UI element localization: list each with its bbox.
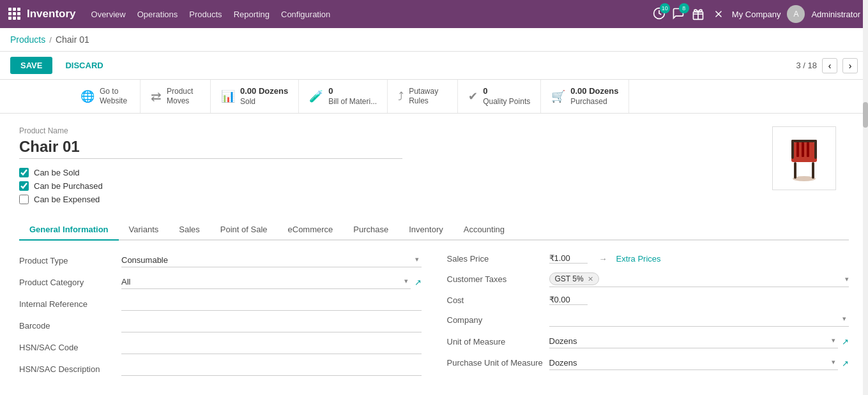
hsn-code-field: HSN/SAC Code [19, 340, 422, 354]
purchase-uom-select-wrapper: Dozens [549, 356, 839, 370]
svg-rect-1 [13, 8, 16, 11]
product-category-select-wrapper: All [121, 275, 411, 289]
save-button[interactable]: SAVE [10, 57, 52, 74]
hsn-code-label: HSN/SAC Code [19, 343, 121, 352]
tab-point-of-sale[interactable]: Point of Sale [210, 220, 278, 241]
taxes-wrapper[interactable]: GST 5% ✕ ▾ [549, 271, 849, 287]
svg-rect-22 [814, 140, 817, 159]
product-name-label: Product Name [19, 126, 772, 135]
product-type-field: Product Type Consumable [19, 253, 422, 267]
svg-rect-6 [8, 17, 11, 20]
product-type-select[interactable]: Consumable [121, 253, 422, 267]
next-record-button[interactable]: › [842, 58, 858, 73]
menu-overview[interactable]: Overview [91, 10, 126, 19]
extra-prices-link[interactable]: Extra Prices [616, 254, 661, 264]
menu-reporting[interactable]: Reporting [234, 10, 270, 19]
gst-tag: GST 5% ✕ [549, 272, 599, 285]
activities-button[interactable]: 10 [653, 7, 666, 22]
action-toolbar: SAVE DISCARD 3 / 18 ‹ › [0, 52, 868, 80]
product-header-left: Product Name Can be Sold Can be Purchase… [19, 126, 772, 208]
svg-rect-17 [802, 142, 804, 157]
tab-purchase[interactable]: Purchase [343, 220, 399, 241]
product-category-label: Product Category [19, 278, 121, 287]
breadcrumb-link[interactable]: Products [10, 34, 45, 45]
prev-record-button[interactable]: ‹ [822, 58, 837, 73]
internal-ref-label: Internal Reference [19, 299, 121, 309]
content-wrapper: Product Name Can be Sold Can be Purchase… [19, 126, 849, 384]
cart-icon: 🛒 [551, 89, 565, 103]
apps-menu-icon[interactable] [8, 7, 20, 22]
tab-sales[interactable]: Sales [169, 220, 210, 241]
product-type-select-wrapper: Consumable [121, 253, 422, 267]
svg-rect-2 [17, 8, 20, 11]
pagination-label: 3 / 18 [796, 61, 817, 70]
user-name[interactable]: Administrator [811, 10, 860, 19]
scrollbar[interactable] [863, 0, 868, 395]
barcode-field: Barcode [19, 318, 422, 332]
svg-rect-19 [794, 162, 796, 179]
breadcrumb: Products / Chair 01 [0, 28, 868, 52]
bom-icon: 🧪 [309, 89, 323, 103]
svg-rect-23 [791, 140, 817, 142]
cost-value[interactable]: ₹0.00 [549, 295, 588, 305]
sold-button[interactable]: 📊 0.00 Dozens Sold [211, 80, 299, 113]
scrollbar-thumb[interactable] [863, 102, 868, 128]
uom-select[interactable]: Dozens [549, 334, 839, 348]
company-label: Company [447, 315, 549, 325]
tab-inventory[interactable]: Inventory [399, 220, 453, 241]
company-select[interactable] [549, 313, 849, 327]
product-name-input[interactable] [19, 138, 402, 159]
uom-external-link[interactable]: ↗ [842, 337, 849, 347]
hsn-desc-label: HSN/SAC Description [19, 364, 121, 374]
tab-accounting[interactable]: Accounting [453, 220, 515, 241]
avatar[interactable]: A [787, 5, 805, 23]
purchased-button[interactable]: 🛒 0.00 Dozens Purchased [541, 80, 629, 113]
menu-operations[interactable]: Operations [137, 10, 178, 19]
svg-rect-20 [812, 162, 814, 179]
purchase-uom-external-link[interactable]: ↗ [842, 359, 849, 368]
tab-variants[interactable]: Variants [119, 220, 169, 241]
gift-icon[interactable] [691, 7, 705, 21]
product-category-select[interactable]: All [121, 275, 411, 289]
barcode-input[interactable] [121, 318, 422, 332]
sales-price-wrapper: ₹1.00 → Extra Prices [549, 253, 849, 264]
purchase-uom-field: Purchase Unit of Measure Dozens ↗ [447, 356, 849, 370]
taxes-dropdown-arrow[interactable]: ▾ [845, 275, 849, 283]
sales-price-value[interactable]: ₹1.00 [549, 253, 588, 264]
menu-products[interactable]: Products [189, 10, 222, 19]
can-be-sold-checkbox[interactable] [19, 168, 29, 177]
toolbar-right: 3 / 18 ‹ › [796, 58, 858, 73]
purchase-uom-select[interactable]: Dozens [549, 356, 839, 370]
discard-button[interactable]: DISCARD [59, 57, 109, 74]
quality-points-button[interactable]: ✔ 0 Quality Points [458, 80, 541, 113]
internal-ref-input[interactable] [121, 297, 422, 311]
product-type-label: Product Type [19, 256, 121, 265]
gst-tag-close[interactable]: ✕ [588, 275, 593, 283]
breadcrumb-current: Chair 01 [56, 34, 89, 45]
menu-configuration[interactable]: Configuration [281, 10, 330, 19]
company-name[interactable]: My Company [732, 10, 781, 19]
svg-rect-8 [17, 17, 20, 20]
tab-general-information[interactable]: General Information [19, 220, 119, 241]
tab-ecommerce[interactable]: eCommerce [278, 220, 344, 241]
hsn-code-input[interactable] [121, 340, 422, 354]
company-select-wrapper [549, 313, 849, 327]
sales-price-label: Sales Price [447, 254, 549, 264]
goto-website-button[interactable]: 🌐 Go to Website [70, 80, 141, 113]
hsn-desc-field: HSN/SAC Description [19, 362, 422, 376]
can-be-expensed-checkbox[interactable] [19, 195, 29, 204]
can-be-expensed-label: Can be Expensed [34, 195, 100, 204]
can-be-sold-label: Can be Sold [34, 168, 80, 177]
product-category-field: Product Category All ↗ [19, 275, 422, 289]
product-moves-button[interactable]: ⇄ Product Moves [141, 80, 211, 113]
product-category-external-link[interactable]: ↗ [415, 278, 422, 287]
svg-rect-0 [8, 8, 11, 11]
product-image-container[interactable] [772, 126, 836, 190]
uom-wrapper: Dozens ↗ [549, 334, 849, 348]
putaway-rules-button[interactable]: ⤴ Putaway Rules [388, 80, 458, 113]
close-icon[interactable] [712, 7, 726, 21]
hsn-desc-input[interactable] [121, 362, 422, 376]
messages-button[interactable]: 8 [672, 7, 685, 22]
can-be-purchased-checkbox[interactable] [19, 181, 29, 191]
bom-button[interactable]: 🧪 0 Bill of Materi... [299, 80, 388, 113]
